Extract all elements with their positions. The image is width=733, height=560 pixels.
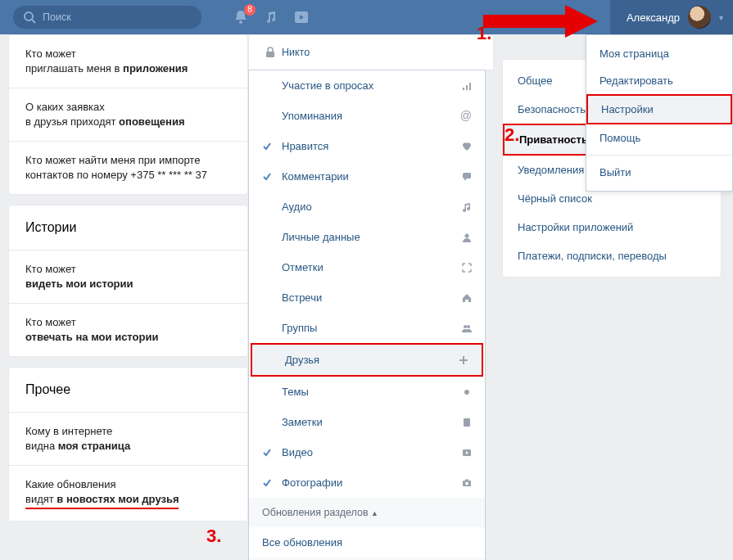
svg-point-0	[25, 12, 33, 20]
user-button[interactable]: Александр ▾	[610, 0, 733, 34]
sidebar-payments[interactable]: Платежи, подписки, переводы	[503, 242, 721, 270]
dropdown-item-label: Нравится	[282, 140, 328, 152]
dropdown-item-9[interactable]: Друзья	[252, 345, 482, 375]
dropdown-item-2[interactable]: Нравится	[249, 131, 485, 161]
user-menu-settings[interactable]: Настройки	[586, 94, 732, 124]
search-icon	[23, 11, 36, 24]
dropdown-item-4[interactable]: Аудио	[249, 192, 485, 222]
header-icons: 8	[233, 9, 310, 25]
setting-page-visibility[interactable]: Кому в интернете видна моя страница	[9, 412, 247, 465]
dropdown-item-label: Личные данные	[282, 231, 360, 243]
dropdown-item-5[interactable]: Личные данные	[249, 222, 485, 252]
dropdown-item-0[interactable]: Участие в опросах	[249, 70, 485, 101]
note-icon	[462, 418, 472, 427]
dropdown-item-label: Темы	[282, 386, 309, 398]
check-icon	[262, 172, 272, 182]
dropdown-item-label: Видео	[282, 446, 313, 458]
dropdown-item-3[interactable]: Комментарии	[249, 161, 485, 192]
svg-rect-9	[463, 173, 471, 178]
annotation-arrow	[483, 5, 598, 38]
setting-reply-stories[interactable]: Кто может отвечать на мои истории	[9, 303, 247, 356]
setting-friend-requests[interactable]: О каких заявках в друзья приходят оповещ…	[9, 88, 247, 141]
dropdown-item-1[interactable]: Упоминания@	[249, 101, 485, 131]
chevron-down-icon: ▾	[719, 13, 723, 22]
bars-icon	[462, 81, 472, 91]
setting-see-stories[interactable]: Кто может видеть мои истории	[9, 250, 247, 303]
notification-icon[interactable]: 8	[233, 9, 249, 25]
dropdown-item-label: Фотографии	[282, 476, 342, 489]
annotation-2: 2.	[505, 124, 519, 146]
svg-point-2	[239, 20, 242, 24]
dropdown-item-label: Заметки	[282, 416, 323, 428]
svg-point-12	[467, 325, 470, 328]
user-menu-divider	[586, 155, 732, 156]
settings-block-1: Кто может приглашать меня в приложения О…	[8, 34, 248, 195]
dropdown-item-11[interactable]: Заметки	[249, 407, 485, 437]
video-icon[interactable]	[293, 10, 310, 25]
avatar	[688, 6, 711, 29]
svg-rect-4	[483, 15, 565, 28]
user-menu-help[interactable]: Помощь	[586, 124, 732, 151]
notification-badge: 8	[244, 4, 256, 16]
svg-rect-7	[466, 85, 468, 90]
dropdown-item-label: Аудио	[282, 201, 312, 213]
updates-dropdown: Участие в опросахУпоминания@НравитсяКомм…	[248, 70, 486, 560]
group-icon	[462, 323, 472, 333]
annotation-3: 3.	[206, 526, 221, 547]
middle-column: Никто Участие в опросахУпоминания@Нравит…	[248, 34, 494, 560]
header-bar: 8 Александр ▾	[0, 0, 733, 34]
dropdown-all-updates[interactable]: Все обновления	[249, 527, 485, 558]
check-icon	[262, 478, 272, 488]
dropdown-item-label: Группы	[282, 322, 317, 334]
settings-block-other: Прочее Кому в интернете видна моя страни…	[8, 367, 248, 522]
heart-icon	[462, 142, 472, 151]
dropdown-item-8[interactable]: Группы	[249, 313, 485, 343]
dot-icon	[462, 387, 472, 397]
user-menu-my-page[interactable]: Моя страница	[586, 40, 732, 67]
dropdown-item-label: Комментарии	[282, 170, 349, 183]
dropdown-item-7[interactable]: Встречи	[249, 282, 485, 313]
setting-news-updates[interactable]: Какие обновления видят в новостях мои др…	[9, 465, 247, 521]
left-column: Кто может приглашать меня в приложения О…	[0, 34, 248, 560]
check-icon	[262, 448, 272, 458]
dropdown-item-13[interactable]: Фотографии	[249, 467, 485, 498]
house-icon	[462, 293, 472, 303]
music-icon[interactable]	[264, 10, 278, 25]
user-menu-edit[interactable]: Редактировать	[586, 67, 732, 94]
search-input[interactable]	[13, 6, 201, 29]
dropdown-item-label: Отметки	[282, 261, 324, 273]
svg-rect-14	[464, 418, 470, 427]
dropdown-item-6[interactable]: Отметки	[249, 252, 485, 282]
search-wrap	[13, 6, 201, 29]
svg-rect-5	[266, 52, 274, 57]
dropdown-item-12[interactable]: Видео	[249, 437, 485, 467]
dropdown-item-label: Упоминания	[282, 110, 342, 122]
nobody-label: Никто	[282, 47, 310, 58]
svg-point-13	[464, 390, 469, 395]
setting-app-invites[interactable]: Кто может приглашать меня в приложения	[9, 35, 247, 88]
lock-icon	[265, 47, 275, 58]
svg-line-1	[32, 20, 35, 23]
camera-icon	[462, 478, 472, 488]
dropdown-item-label: Участие в опросах	[282, 79, 373, 92]
plus-icon	[459, 355, 468, 365]
sidebar-app-settings[interactable]: Настройки приложений	[503, 213, 721, 242]
user-name: Александр	[627, 11, 680, 24]
privacy-value-nobody[interactable]: Никто	[248, 34, 494, 70]
person-icon	[462, 233, 472, 242]
svg-point-11	[464, 325, 467, 328]
dropdown-subhead-1[interactable]: Обновления разделов ▲	[249, 498, 485, 527]
user-menu-logout[interactable]: Выйти	[586, 159, 732, 186]
setting-find-by-number[interactable]: Кто может найти меня при импорте контакт…	[9, 141, 247, 194]
dropdown-item-label: Друзья	[285, 354, 319, 366]
svg-rect-6	[463, 88, 464, 90]
svg-rect-18	[465, 479, 468, 481]
svg-point-10	[465, 233, 469, 237]
expand-icon	[462, 263, 472, 273]
check-icon	[262, 142, 272, 151]
dropdown-item-10[interactable]: Темы	[249, 377, 485, 407]
comment-icon	[462, 172, 472, 182]
section-title-other: Прочее	[9, 368, 247, 412]
annotation-1: 1.	[477, 23, 491, 44]
music-icon	[462, 202, 472, 212]
